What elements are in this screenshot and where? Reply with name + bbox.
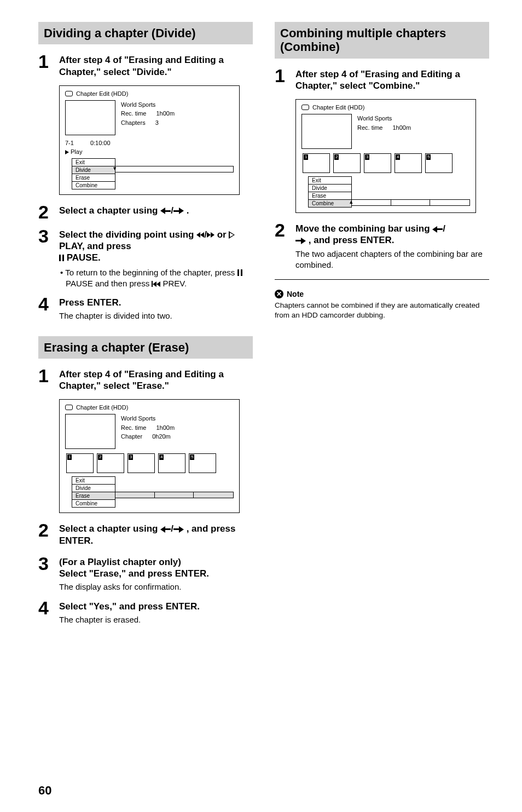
step-title: After step 4 of "Erasing and Editing a C… [59,368,253,392]
program-name: World Sports [357,114,411,123]
menu-exit[interactable]: Exit [72,476,115,485]
menu-combine[interactable]: Combine [308,199,352,208]
two-column-layout: Dividing a chapter (Divide) 1 After step… [38,22,489,631]
program-name: World Sports [121,414,175,423]
arrow-right-icon [179,208,184,214]
fast-forward-icon [207,232,214,238]
chapter-thumb[interactable]: 4 [158,453,185,473]
prev-track-icon [152,281,160,287]
menu-erase[interactable]: Erase [72,174,115,182]
screenshot-erase: Chapter Edit (HDD) World Sports Rec. tim… [59,399,240,513]
chapter-thumb[interactable]: 4 [395,153,422,173]
step-number: 4 [38,598,51,617]
chapter-thumb[interactable]: 1 [66,453,94,473]
step-number: 2 [38,203,51,221]
step-description: The chapter is erased. [59,614,253,625]
screenshot-title: Chapter Edit (HDD) [76,404,128,411]
play-label: Play [71,148,82,155]
menu-exit[interactable]: Exit [72,158,115,166]
screenshot-title: Chapter Edit (HDD) [76,90,128,97]
combine-step-2: 2 Move the combining bar using / , and p… [275,221,489,270]
hdd-icon [65,91,73,96]
divider [275,279,489,280]
menu-combine[interactable]: Combine [72,499,115,508]
menu-erase[interactable]: Erase [72,492,115,500]
erase-step-4: 4 Select "Yes," and press ENTER. The cha… [38,598,253,626]
step-number: 3 [38,227,51,245]
step-description: The chapter is divided into two. [59,310,253,321]
arrow-left-icon [160,526,165,533]
arrow-left-icon [160,208,165,214]
divide-step-1: 1 After step 4 of "Erasing and Editing a… [38,52,253,80]
step-number: 2 [275,221,288,239]
hdd-icon [65,405,73,410]
chapters-value: 3 [155,118,159,128]
step-title: Move the combining bar using / , and pre… [295,223,489,246]
frame-id: 7-1 [65,140,74,146]
step-title: Select "Yes," and press ENTER. [59,601,253,612]
preview-thumbnail [65,414,115,449]
rec-time-value: 1h00m [156,423,175,433]
arrow-right-icon [301,238,306,244]
menu-divide[interactable]: Divide [72,166,115,174]
chapter-thumb[interactable]: 5 [189,453,216,473]
arrow-left-icon [432,226,437,233]
chapter-thumb[interactable]: 5 [425,153,453,173]
step-number: 2 [38,521,51,539]
chapters-label: Chapters [121,118,146,128]
preview-thumbnail [65,100,115,135]
erase-step-3: 3 (For a Playlist chapter only) Select "… [38,554,253,593]
note-heading: ✕ Note [275,290,489,298]
menu-combine[interactable]: Combine [72,181,115,189]
step-title: (For a Playlist chapter only) Select "Er… [59,556,253,580]
erase-step-1: 1 After step 4 of "Erasing and Editing a… [38,366,253,394]
page-number: 60 [38,784,51,798]
timecode: 0:10:00 [90,140,111,146]
step-title: After step 4 of "Erasing and Editing a C… [59,54,253,78]
chapter-thumb[interactable]: 1 [303,153,330,173]
divide-step-2: 2 Select a chapter using / . [38,203,253,221]
step-title: Select a chapter using / , and press ENT… [59,523,253,546]
menu-exit[interactable]: Exit [308,176,352,185]
program-name: World Sports [121,100,175,110]
context-menu: Exit Divide Erase Combine [65,476,234,508]
arrow-right-icon [179,526,184,533]
chapter-thumb[interactable]: 3 [127,453,155,473]
erase-step-2: 2 Select a chapter using / , and press E… [38,521,253,549]
menu-divide[interactable]: Divide [308,184,352,192]
play-icon [65,150,69,154]
rewind-icon [196,232,204,238]
step-number: 1 [275,66,288,85]
step-bullet: • To return to the beginning of the chap… [59,267,253,290]
step-title: Select the dividing point using / or PLA… [59,229,253,264]
step-title: After step 4 of "Erasing and Editing a C… [295,68,489,92]
hdd-icon [301,105,309,110]
rec-time-label: Rec. time [357,123,382,133]
screenshot-combine: Chapter Edit (HDD) World Sports Rec. tim… [295,99,476,213]
preview-thumbnail [301,114,352,149]
note-body: Chapters cannot be combined if they are … [275,301,489,320]
chapter-thumb[interactable]: 2 [333,153,361,173]
chapter-thumbnails: 1 2 3 4 5 [303,153,470,173]
rec-time-value: 1h00m [392,123,411,133]
rec-time-label: Rec. time [121,423,146,433]
section-heading-divide: Dividing a chapter (Divide) [38,22,253,44]
play-outline-icon [229,231,235,239]
left-column: Dividing a chapter (Divide) 1 After step… [38,22,253,631]
chapter-thumb[interactable]: 2 [97,453,124,473]
pause-icon [59,255,64,261]
divide-step-4: 4 Press ENTER. The chapter is divided in… [38,295,253,322]
divide-step-3: 3 Select the dividing point using / or P… [38,227,253,289]
step-number: 4 [38,295,51,313]
pause-icon [237,269,242,276]
step-description: The display asks for confirmation. [59,581,253,592]
combine-step-1: 1 After step 4 of "Erasing and Editing a… [275,66,489,94]
step-title: Select a chapter using / . [59,205,253,216]
step-number: 1 [38,366,51,385]
chapter-thumb[interactable]: 3 [364,153,391,173]
menu-erase[interactable]: Erase [308,192,352,200]
chapter-value: 0h20m [152,432,171,441]
rec-time-label: Rec. time [121,109,146,118]
menu-divide[interactable]: Divide [72,484,115,492]
screenshot-title: Chapter Edit (HDD) [312,104,364,111]
